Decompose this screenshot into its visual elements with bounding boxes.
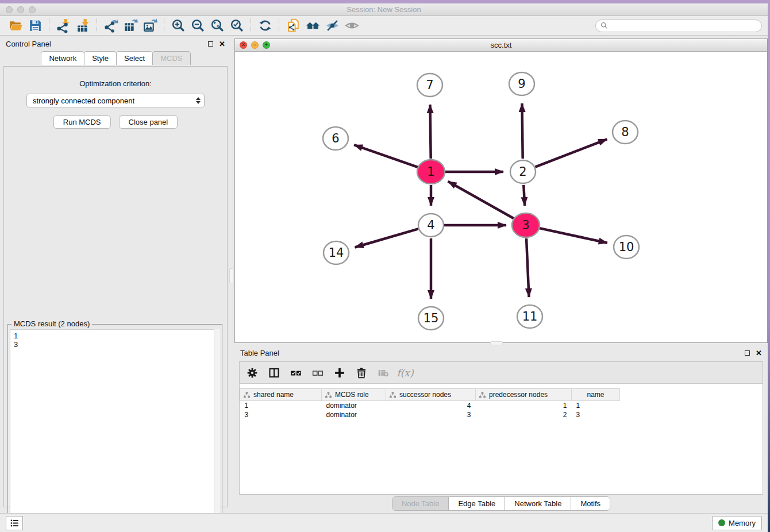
function-builder-icon[interactable]: f(x) [398, 366, 412, 380]
cell[interactable]: 3 [240, 410, 322, 419]
vertical-splitter-handle[interactable] [229, 268, 233, 283]
node-3[interactable]: 3 [512, 213, 540, 237]
column-header-MCDS-role[interactable]: MCDS role [322, 389, 386, 401]
export-network-icon[interactable] [101, 18, 121, 34]
node-table-container: f(x) shared nameMCDS rolesuccessor nodes… [239, 361, 763, 495]
cell[interactable]: 1 [572, 401, 620, 411]
zoom-out-icon[interactable] [188, 18, 207, 34]
cell[interactable]: dominator [322, 401, 386, 411]
tab-node-table[interactable]: Node Table [392, 497, 449, 510]
search-input[interactable] [611, 22, 757, 30]
edge-2-3[interactable] [523, 185, 525, 206]
network-graph[interactable]: 7968124314101511 [235, 52, 767, 342]
zoom-fit-icon[interactable] [207, 18, 227, 34]
run-mcds-button[interactable]: Run MCDS [53, 115, 111, 129]
deselect-all-icon[interactable] [311, 366, 325, 380]
open-session-icon[interactable] [6, 18, 25, 34]
tab-motifs[interactable]: Motifs [571, 497, 610, 510]
edge-3-11[interactable] [526, 238, 529, 297]
horizontal-splitter-handle[interactable] [490, 341, 503, 345]
control-panel: Control Panel ✕ NetworkStyleSelectMCDS O… [0, 36, 231, 513]
svg-text:2: 2 [519, 165, 526, 179]
node-8[interactable]: 8 [613, 121, 638, 144]
edge-3-1[interactable] [448, 182, 514, 219]
import-network-icon[interactable] [53, 18, 73, 34]
node-6[interactable]: 6 [323, 127, 348, 150]
delete-row-icon[interactable] [355, 366, 368, 380]
task-history-button[interactable] [6, 516, 23, 530]
zoom-selected-icon[interactable] [227, 18, 247, 34]
edge-2-8[interactable] [535, 139, 607, 167]
network-titlebar[interactable]: ✕ − + scc.txt [235, 39, 767, 52]
edge-1-6[interactable] [354, 145, 418, 167]
show-all-icon[interactable] [342, 18, 361, 34]
panel-mode-icon[interactable] [267, 366, 281, 380]
column-type-icon [325, 392, 332, 398]
column-header-predecessor-nodes[interactable]: predecessor nodes [476, 389, 572, 401]
table-row[interactable]: 3dominator323 [240, 410, 620, 419]
float-table-panel-icon[interactable] [745, 350, 750, 356]
node-1[interactable]: 1 [417, 160, 445, 184]
cell[interactable]: 4 [386, 401, 476, 411]
tab-mcds[interactable]: MCDS [152, 51, 190, 65]
delete-table-icon[interactable] [376, 366, 390, 380]
export-image-icon[interactable] [140, 18, 160, 34]
first-neighbors-icon[interactable] [303, 18, 322, 34]
column-settings-icon[interactable] [245, 366, 259, 380]
save-session-icon[interactable] [25, 18, 45, 34]
zoom-in-icon[interactable] [168, 18, 188, 34]
toolbar-separator [251, 18, 251, 33]
cell[interactable]: 3 [386, 410, 476, 419]
list-icon [10, 518, 20, 528]
tab-style[interactable]: Style [84, 51, 117, 65]
node-14[interactable]: 14 [324, 241, 349, 264]
memory-button[interactable]: Memory [712, 516, 762, 530]
node-15[interactable]: 15 [418, 307, 444, 330]
table-tabs: Node TableEdge TableNetwork TableMotifs [234, 496, 768, 511]
close-table-panel-icon[interactable]: ✕ [756, 349, 762, 357]
import-table-icon[interactable] [73, 18, 93, 34]
cell[interactable]: 1 [476, 401, 572, 411]
column-header-shared-name[interactable]: shared name [240, 389, 322, 401]
edge-4-14[interactable] [355, 229, 418, 247]
column-header-successor-nodes[interactable]: successor nodes [386, 389, 476, 401]
hide-selected-icon[interactable] [322, 18, 342, 34]
tab-edge-table[interactable]: Edge Table [449, 497, 505, 510]
cell[interactable]: 1 [240, 401, 322, 411]
result-scrollbar[interactable] [214, 329, 220, 532]
svg-text:15: 15 [424, 311, 439, 325]
select-all-icon[interactable] [289, 366, 303, 380]
main-titlebar: Session: New Session [0, 3, 768, 16]
cell[interactable]: dominator [322, 410, 386, 419]
node-2[interactable]: 2 [510, 160, 536, 183]
node-7[interactable]: 7 [417, 74, 442, 97]
refresh-icon[interactable] [255, 18, 275, 34]
edge-3-10[interactable] [538, 228, 607, 243]
duplicate-network-icon[interactable] [283, 18, 303, 34]
node-11[interactable]: 11 [517, 305, 542, 328]
table-panel: Table Panel ✕ [234, 345, 768, 513]
close-panel-icon[interactable]: ✕ [219, 40, 225, 48]
node-4[interactable]: 4 [418, 214, 444, 237]
toolbar-separator [49, 18, 49, 33]
export-table-icon[interactable] [121, 18, 140, 34]
node-9[interactable]: 9 [509, 72, 534, 95]
node-10[interactable]: 10 [614, 236, 639, 259]
network-canvas[interactable]: 7968124314101511 [235, 52, 767, 342]
edge-2-9[interactable] [522, 103, 522, 159]
tab-select[interactable]: Select [116, 51, 153, 65]
main-content: Control Panel ✕ NetworkStyleSelectMCDS O… [0, 36, 768, 513]
column-header-name[interactable]: name [572, 389, 620, 401]
add-row-icon[interactable] [333, 366, 346, 380]
table-row[interactable]: 1dominator411 [240, 401, 620, 411]
cell[interactable]: 2 [476, 410, 572, 419]
mcds-result-text[interactable]: 1 3 [10, 329, 220, 532]
tab-network-table[interactable]: Network Table [505, 497, 571, 510]
float-panel-icon[interactable] [208, 41, 213, 47]
search-field[interactable] [595, 20, 762, 32]
edge-1-7[interactable] [430, 105, 430, 159]
tab-network[interactable]: Network [41, 51, 84, 65]
criterion-dropdown[interactable]: strongly connected component [26, 94, 205, 107]
close-panel-button[interactable]: Close panel [119, 115, 178, 129]
cell[interactable]: 3 [572, 410, 620, 419]
